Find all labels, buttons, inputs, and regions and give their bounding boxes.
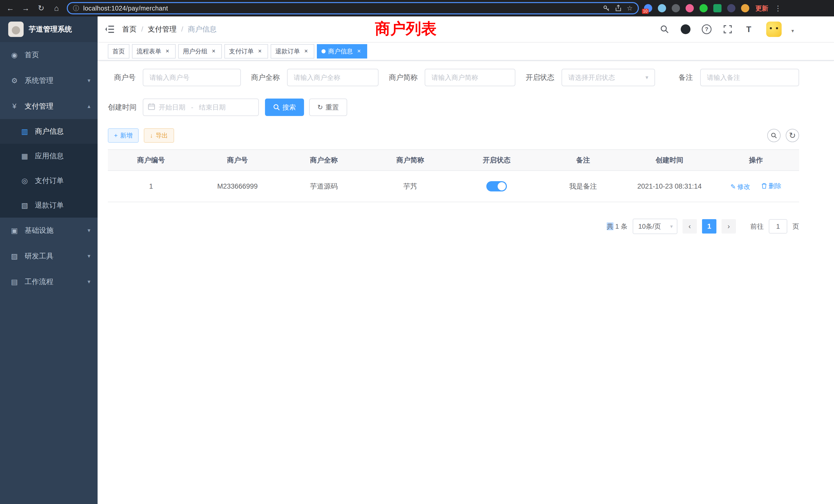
cell-merchant-no: M233666999 <box>194 171 281 202</box>
tab-user-group[interactable]: 用户分组 × <box>178 44 222 59</box>
sidebar-item-label: 系统管理 <box>25 76 81 86</box>
sidebar-item-merchant-info[interactable]: ▥ 商户信息 <box>0 119 97 144</box>
refresh-table-button[interactable]: ↻ <box>786 129 799 142</box>
sidebar-item-refund-order[interactable]: ▧ 退款订单 <box>0 193 97 217</box>
app-title: 芋道管理系统 <box>29 24 72 34</box>
help-icon[interactable]: ? <box>700 23 713 36</box>
edit-link[interactable]: ✎ 修改 <box>730 182 750 191</box>
filter-row-2: 创建时间 开始日期 - 结束日期 搜索 ↻ 重置 <box>108 98 799 116</box>
url-text[interactable]: localhost:1024/pay/merchant <box>83 5 598 12</box>
merchant-no-input[interactable]: 请输入商户号 <box>143 69 241 86</box>
close-icon[interactable]: × <box>355 48 363 55</box>
tags-view: 首页 流程表单 × 用户分组 × 支付订单 × 退款订单 × <box>97 43 834 61</box>
close-icon[interactable]: × <box>256 48 263 55</box>
extension-icon-navy[interactable] <box>727 4 736 12</box>
chevron-down-icon: ▾ <box>88 227 90 234</box>
bookmark-star-icon[interactable]: ☆ <box>627 4 633 12</box>
chevron-down-icon: ▾ <box>645 74 649 81</box>
merchant-card-icon: ▥ <box>21 127 29 136</box>
extension-icon-green-square[interactable] <box>713 4 722 12</box>
sidebar-item-home[interactable]: ◉ 首页 <box>0 42 97 68</box>
close-icon[interactable]: × <box>164 48 171 55</box>
sidebar-item-system[interactable]: ⚙ 系统管理 ▾ <box>0 68 97 93</box>
tab-label: 退款订单 <box>275 47 300 55</box>
home-icon[interactable]: ⌂ <box>51 0 62 17</box>
add-button[interactable]: + 新增 <box>108 128 139 143</box>
chrome-update-button[interactable]: 更新 <box>754 4 769 13</box>
plus-icon: + <box>114 132 117 139</box>
tab-label: 首页 <box>112 47 125 55</box>
breadcrumb-separator: / <box>181 25 183 33</box>
chevron-down-icon: ▾ <box>88 278 90 285</box>
col-merchant-short: 商户简称 <box>367 150 454 171</box>
delete-link[interactable]: 删除 <box>761 182 781 190</box>
github-icon[interactable] <box>679 23 692 36</box>
status-toggle[interactable] <box>486 181 507 191</box>
table-toolbar: + 新增 ↓ 导出 ↻ <box>108 128 799 143</box>
extension-icon-blue[interactable]: 10 <box>644 4 652 12</box>
sidebar-item-app-info[interactable]: ▦ 应用信息 <box>0 144 97 168</box>
sidebar: 芋道管理系统 ◉ 首页 ⚙ 系统管理 ▾ ¥ 支付管理 ▴ ▥ 商户信息 <box>0 17 97 504</box>
filter-row-1: 商户号 请输入商户号 商户全称 请输入商户全称 商户简称 请输入商户简称 开启状… <box>108 69 799 86</box>
chrome-menu-icon[interactable]: ⋮ <box>774 4 782 13</box>
page-info-icon[interactable]: ⓘ <box>73 4 79 12</box>
tab-process-form[interactable]: 流程表单 × <box>132 44 176 59</box>
close-icon[interactable]: × <box>210 48 217 55</box>
merchant-name-input[interactable]: 请输入商户全称 <box>287 69 379 86</box>
sidebar-item-label: 基础设施 <box>25 226 81 235</box>
sidebar-item-infra[interactable]: ▣ 基础设施 ▾ <box>0 217 97 243</box>
tools-icon: ▨ <box>10 252 19 260</box>
sidebar-item-workflow[interactable]: ▤ 工作流程 ▾ <box>0 269 97 295</box>
app-logo-row[interactable]: 芋道管理系统 <box>0 17 97 42</box>
cell-merchant-short: 芋艿 <box>367 171 454 202</box>
reload-icon[interactable]: ↻ <box>36 0 46 17</box>
tab-merchant-info[interactable]: 商户信息 × <box>317 44 367 59</box>
search-icon[interactable] <box>658 23 671 36</box>
font-size-icon[interactable]: T <box>742 23 755 36</box>
reset-button[interactable]: ↻ 重置 <box>309 98 347 116</box>
show-search-button[interactable] <box>767 129 781 142</box>
page-size-select[interactable]: 10条/页 ▾ <box>633 219 677 234</box>
close-icon[interactable]: × <box>303 48 310 55</box>
sidebar-item-label: 研发工具 <box>25 251 81 261</box>
app-grid-icon: ▦ <box>21 152 29 160</box>
tab-refund-order[interactable]: 退款订单 × <box>271 44 314 59</box>
share-icon[interactable] <box>615 5 622 12</box>
goto-page-input[interactable]: 1 <box>769 219 787 233</box>
search-button[interactable]: 搜索 <box>265 98 304 116</box>
user-avatar[interactable] <box>766 22 782 37</box>
sidebar-item-label: 商户信息 <box>35 127 90 136</box>
sidebar-item-pay-order[interactable]: ◎ 支付订单 <box>0 168 97 193</box>
extension-icon-droplet[interactable] <box>658 4 666 12</box>
merchant-name-label: 商户全称 <box>241 73 287 83</box>
extension-icon-pink[interactable] <box>686 4 694 12</box>
sidebar-item-payment[interactable]: ¥ 支付管理 ▴ <box>0 93 97 119</box>
extension-icon-green-circle[interactable] <box>699 4 708 12</box>
sidebar-item-devtools[interactable]: ▨ 研发工具 ▾ <box>0 243 97 269</box>
extension-icon-dark[interactable] <box>672 4 680 12</box>
tab-pay-order[interactable]: 支付订单 × <box>224 44 268 59</box>
back-icon[interactable]: ← <box>5 0 16 17</box>
tab-home[interactable]: 首页 <box>108 44 129 59</box>
remark-input[interactable]: 请输入备注 <box>700 69 799 86</box>
app-root: 芋道管理系统 ◉ 首页 ⚙ 系统管理 ▾ ¥ 支付管理 ▴ ▥ 商户信息 <box>0 17 834 504</box>
next-page-button[interactable]: › <box>722 219 736 233</box>
prev-page-button[interactable]: ‹ <box>682 219 697 233</box>
key-icon[interactable] <box>602 5 610 12</box>
gear-icon: ⚙ <box>10 76 19 85</box>
fullscreen-icon[interactable] <box>721 23 734 36</box>
create-time-range-picker[interactable]: 开始日期 - 结束日期 <box>143 98 259 116</box>
breadcrumb-payment[interactable]: 支付管理 <box>148 24 177 34</box>
merchant-short-input[interactable]: 请输入商户简称 <box>425 69 515 86</box>
forward-icon[interactable]: → <box>21 0 31 17</box>
status-select[interactable]: 请选择开启状态 ▾ <box>562 69 655 86</box>
infra-icon: ▣ <box>10 226 19 235</box>
export-button[interactable]: ↓ 导出 <box>144 128 174 143</box>
url-bar[interactable]: ⓘ localhost:1024/pay/merchant ☆ <box>67 2 639 14</box>
breadcrumb-home[interactable]: 首页 <box>122 24 137 34</box>
page-1-button[interactable]: 1 <box>702 219 717 233</box>
hamburger-icon[interactable] <box>105 24 115 35</box>
profile-avatar-icon[interactable] <box>741 4 749 12</box>
cell-remark: 我是备注 <box>540 171 627 202</box>
user-caret-icon[interactable]: ▾ <box>791 28 794 37</box>
